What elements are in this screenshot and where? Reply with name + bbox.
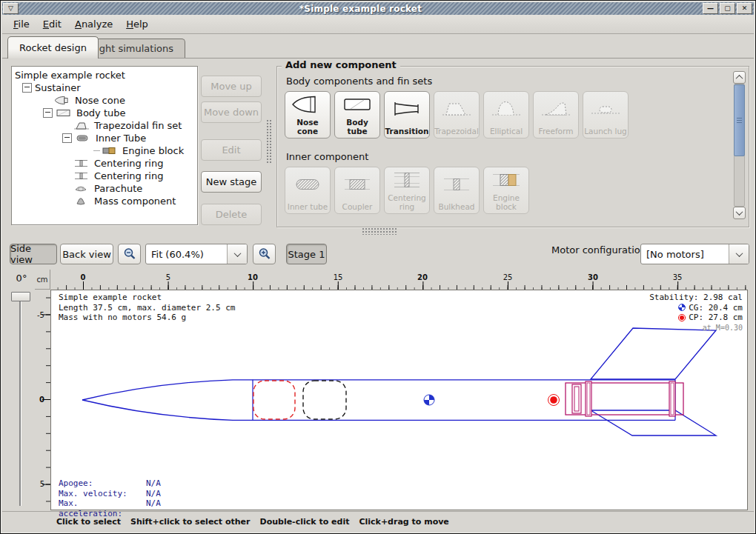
edit-button[interactable]: Edit xyxy=(201,139,262,161)
chevron-down-icon[interactable] xyxy=(729,244,749,264)
motor-configuration-select[interactable]: [No motors] xyxy=(640,244,749,264)
tree-item-inner-tube[interactable]: Inner Tube xyxy=(12,132,197,144)
add-centering-ring-button[interactable]: Centering ring xyxy=(384,167,430,214)
tree-item-engine-block[interactable]: Engine block xyxy=(12,144,197,157)
add-engine-block-button[interactable]: Engine block xyxy=(483,167,529,214)
titlebar: ▽ *Simple example rocket — ▢ ✕ xyxy=(2,2,754,15)
vertical-splitter-handle[interactable] xyxy=(266,119,273,164)
add-elliptical-fin-button[interactable]: Elliptical xyxy=(483,91,529,138)
tree-item-nose-cone[interactable]: Nose cone xyxy=(12,94,197,107)
upper-fin xyxy=(591,328,716,379)
add-transition-button[interactable]: Transition xyxy=(384,91,430,138)
system-menu-icon[interactable]: ▽ xyxy=(3,3,19,14)
menu-file[interactable]: File xyxy=(7,16,36,32)
tree-item-centering-ring-2[interactable]: Centering ring xyxy=(12,170,197,182)
menu-help[interactable]: Help xyxy=(119,16,155,32)
rocket-mass: Mass with no motors 54.6 g xyxy=(59,313,235,323)
new-stage-button[interactable]: New stage xyxy=(201,171,262,193)
add-bulkhead-button[interactable]: Bulkhead xyxy=(434,167,480,214)
hint-shift-click: Shift+click to select other xyxy=(130,517,251,527)
inner-components-row: Inner tube Coupler Centering ring Bulkhe… xyxy=(285,167,529,214)
tree-item-mass-component[interactable]: Mass component xyxy=(12,195,197,207)
close-button[interactable]: ✕ xyxy=(737,3,752,14)
scroll-up-button[interactable] xyxy=(733,71,746,84)
body-components-label: Body components and fin sets xyxy=(286,76,432,87)
tree-item-sustainer[interactable]: Sustainer xyxy=(12,81,197,94)
centering-ring-icon xyxy=(73,171,90,181)
collapse-toggle-icon[interactable] xyxy=(43,108,53,118)
fin-set-icon xyxy=(73,121,90,130)
bulkhead-icon xyxy=(434,167,479,202)
menu-edit[interactable]: Edit xyxy=(36,16,68,32)
cg-value: CG: 20.4 cm xyxy=(689,303,743,313)
engine-block-icon xyxy=(484,167,528,193)
horizontal-ruler: 0 5 10 15 20 25 30 35 xyxy=(50,270,748,290)
parachute-outline xyxy=(253,381,295,419)
minimize-button[interactable]: — xyxy=(703,3,718,14)
horizontal-splitter-handle[interactable] xyxy=(362,227,397,235)
engine-block-outline xyxy=(572,384,581,413)
add-coupler-button[interactable]: Coupler xyxy=(334,167,380,214)
launch-lug-icon xyxy=(583,92,628,127)
magnifier-plus-icon xyxy=(257,247,272,261)
tree-item-parachute[interactable]: Parachute xyxy=(12,182,197,195)
cg-legend-icon xyxy=(678,304,686,311)
scrollbar-thumb[interactable] xyxy=(734,84,745,156)
maximize-button[interactable]: ▢ xyxy=(720,3,735,14)
tree-item-rocket[interactable]: Simple example rocket xyxy=(12,69,197,81)
add-body-tube-button[interactable]: Body tube xyxy=(334,91,380,138)
rotation-slider-track[interactable] xyxy=(19,296,21,506)
magnifier-minus-icon xyxy=(122,247,137,261)
mass-component-icon xyxy=(73,196,90,206)
chevron-down-icon[interactable] xyxy=(227,244,247,264)
statusbar: Click to select Shift+click to select ot… xyxy=(2,511,754,532)
apogee-value: N/A xyxy=(146,478,161,489)
body-tube-icon xyxy=(335,92,379,118)
nose-cone-icon xyxy=(54,96,70,105)
side-view-toggle[interactable]: Side view xyxy=(10,244,57,264)
scroll-down-button[interactable] xyxy=(733,207,746,219)
group-title: Add new component xyxy=(282,59,400,70)
transition-icon xyxy=(385,92,429,127)
tree-item-trapezoidal-fin-set[interactable]: Trapezoidal fin set xyxy=(12,119,197,132)
rotation-slider-handle[interactable] xyxy=(11,292,30,301)
coupler-icon xyxy=(335,167,379,202)
add-freeform-fin-button[interactable]: Freeform xyxy=(533,91,579,138)
tree-item-centering-ring-1[interactable]: Centering ring xyxy=(12,157,197,170)
add-nose-cone-button[interactable]: Nose cone xyxy=(285,91,331,138)
back-view-toggle[interactable]: Back view xyxy=(60,244,113,264)
add-inner-tube-button[interactable]: Inner tube xyxy=(285,167,331,214)
move-down-button[interactable]: Move down xyxy=(201,101,262,123)
mach-condition: at M=0.30 xyxy=(703,323,743,333)
cp-legend-icon xyxy=(678,314,686,321)
collapse-toggle-icon[interactable] xyxy=(22,83,32,93)
tree-action-buttons: Move up Move down Edit New stage Delete xyxy=(201,74,262,225)
zoom-out-button[interactable] xyxy=(118,244,141,264)
nose-cone-icon xyxy=(285,92,330,118)
centering-ring-icon xyxy=(385,167,429,193)
collapse-toggle-icon[interactable] xyxy=(62,133,72,143)
max-velocity-label: Max. velocity: xyxy=(59,489,146,499)
zoom-in-button[interactable] xyxy=(253,244,276,264)
engine-block-inner xyxy=(574,387,579,411)
centering-ring-1-outline xyxy=(586,381,591,416)
max-velocity-value: N/A xyxy=(146,489,161,499)
rocket-drawing xyxy=(51,290,747,510)
delete-button[interactable]: Delete xyxy=(201,204,262,225)
stability-value: Stability: 2.98 cal xyxy=(649,293,743,303)
menu-analyze[interactable]: Analyze xyxy=(68,16,119,32)
inner-tube-icon xyxy=(285,167,330,202)
hint-click-to-select: Click to select xyxy=(56,517,121,527)
apogee-label: Apogee: xyxy=(59,478,146,489)
stage1-toggle[interactable]: Stage 1 xyxy=(286,244,327,264)
add-launch-lug-button[interactable]: Launch lug xyxy=(583,91,629,138)
ruler-unit-label: cm xyxy=(35,270,50,290)
body-components-row: Nose cone Body tube Transition Trapezoid… xyxy=(285,91,629,138)
move-up-button[interactable]: Move up xyxy=(201,76,262,97)
tree-item-body-tube[interactable]: Body tube xyxy=(12,107,197,119)
rocket-design-canvas[interactable]: Simple example rocket Length 37.5 cm, ma… xyxy=(50,290,748,510)
zoom-level-select[interactable]: Fit (60.4%) xyxy=(145,244,248,264)
add-trapezoidal-fin-button[interactable]: Trapezoidal xyxy=(434,91,480,138)
tab-rocket-design[interactable]: Rocket design xyxy=(7,36,99,59)
menubar: File Edit Analyze Help xyxy=(2,15,754,34)
